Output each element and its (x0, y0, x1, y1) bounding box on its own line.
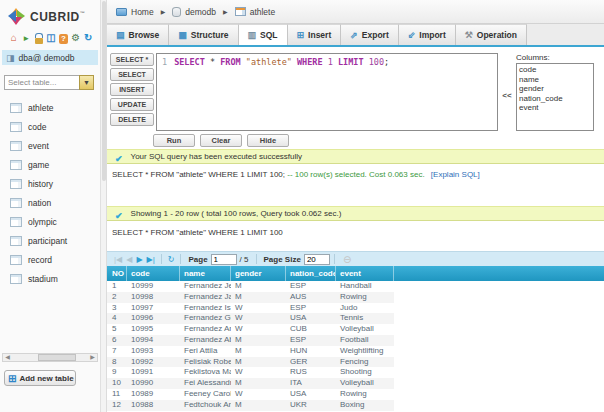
tab-operation[interactable]: Operation (456, 24, 527, 45)
table-cell: ESP (286, 303, 336, 314)
next-page-icon[interactable]: ▶ (134, 255, 144, 264)
sidebar-table-item[interactable]: nation (0, 193, 100, 212)
tab-icon (350, 31, 358, 40)
tab-label: SQL (260, 30, 277, 40)
sidebar-table-item[interactable]: code (0, 117, 100, 136)
refresh-icon[interactable]: ↻ (166, 255, 177, 264)
sql-template-button[interactable]: SELECT * (110, 53, 154, 66)
table-select-value[interactable]: Select table... (4, 75, 80, 90)
sql-template-button[interactable]: INSERT (110, 83, 154, 96)
table-row[interactable]: 910991Feklistova MariaWRUSShooting (107, 367, 394, 378)
help-icon[interactable] (58, 31, 69, 44)
tab-browse[interactable]: Browse (107, 24, 169, 45)
grid-header-cell[interactable]: name (180, 266, 231, 281)
sql-template-buttons: SELECT *SELECTINSERTUPDATEDELETE (110, 53, 154, 131)
database-icon[interactable] (45, 31, 56, 44)
column-list-item[interactable]: code (519, 65, 593, 75)
sidebar-vertical-scrollbar[interactable] (100, 0, 107, 412)
tab-import[interactable]: Import (399, 24, 456, 45)
connection-item[interactable]: dba@ demodb (2, 50, 98, 65)
table-cell: 10 (107, 378, 127, 389)
page-label: Page (188, 255, 207, 264)
grid-header-cell[interactable]: gender (231, 266, 286, 281)
last-page-icon[interactable]: ▶| (145, 255, 157, 264)
grid-header: NOcodenamegendernation_codeevent (107, 266, 604, 281)
refresh-icon[interactable] (83, 31, 94, 44)
table-row[interactable]: 410996Fernandez GigiWUSATennis (107, 313, 394, 324)
sql-template-button[interactable]: DELETE (110, 113, 154, 126)
table-cell: 10992 (127, 357, 180, 368)
remove-icon[interactable]: ⊖ (343, 254, 351, 265)
scrollbar-thumb[interactable] (38, 354, 76, 361)
logout-icon[interactable] (20, 31, 31, 44)
scrollbar-thumb[interactable] (102, 1, 106, 181)
sidebar-table-item[interactable]: athlete (0, 98, 100, 117)
breadcrumb-home[interactable]: Home (116, 7, 154, 17)
table-row[interactable]: 510995Fernandez An...WCUBVolleyball (107, 324, 394, 335)
tab-sql[interactable]: SQL (239, 24, 288, 45)
table-row[interactable]: 1010990Fei AlessandroMITAVolleyball (107, 378, 394, 389)
table-row[interactable]: 810992Felisiak RobertMGERFencing (107, 357, 394, 368)
tab-insert[interactable]: Insert (288, 24, 342, 45)
grid-header-cell[interactable]: event (336, 266, 394, 281)
table-row[interactable]: 1110989Feeney CarolWUSARowing (107, 389, 394, 400)
table-icon (10, 255, 22, 265)
scrollbar-track[interactable] (12, 354, 88, 361)
table-cell: M (231, 357, 286, 368)
table-cell: HUN (286, 346, 336, 357)
breadcrumb-table[interactable]: athlete (235, 7, 276, 17)
scroll-left-icon[interactable]: ◀ (3, 354, 12, 361)
sidebar-table-item[interactable]: record (0, 250, 100, 269)
table-row[interactable]: 310997Fernandez Is...WESPJudo (107, 303, 394, 314)
sql-code-editor[interactable]: 1SELECT * FROM "athlete" WHERE 1 LIMIT 1… (156, 53, 498, 131)
columns-listbox[interactable]: codenamegendernation_codeevent (516, 63, 594, 131)
sidebar-table-item[interactable]: olympic (0, 212, 100, 231)
table-icon (10, 179, 22, 189)
table-icon (235, 7, 246, 16)
page-input[interactable] (211, 254, 237, 265)
sidebar-horizontal-scrollbar[interactable]: ◀ ▶ (2, 353, 98, 362)
sql-template-button[interactable]: SELECT (110, 68, 154, 81)
grid-header-cell[interactable]: code (127, 266, 180, 281)
grid-header-cell[interactable]: NO (107, 266, 127, 281)
sql-action-button[interactable]: Run (153, 134, 195, 147)
table-row[interactable]: 1210988Fedtchouk AndriMUKRBoxing (107, 400, 394, 411)
column-list-item[interactable]: event (519, 103, 593, 113)
column-list-item[interactable]: name (519, 75, 593, 85)
lock-icon[interactable] (33, 31, 44, 44)
settings-icon[interactable] (70, 31, 81, 44)
sql-action-button[interactable]: Clear (200, 134, 242, 147)
sql-action-button[interactable]: Hide (247, 134, 289, 147)
sidebar-table-item[interactable]: event (0, 136, 100, 155)
first-page-icon[interactable]: |◀ (112, 255, 124, 264)
column-list-item[interactable]: gender (519, 84, 593, 94)
sidebar-table-item[interactable]: participant (0, 231, 100, 250)
sidebar-table-item[interactable]: stadium (0, 269, 100, 288)
chevron-down-icon[interactable]: ▼ (79, 75, 94, 90)
sidebar-table-item[interactable]: history (0, 174, 100, 193)
divider (334, 254, 335, 264)
table-row[interactable]: 610994Fernandez Ab...MESPFootball (107, 335, 394, 346)
tab-structure[interactable]: Structure (169, 24, 238, 45)
add-new-table-button[interactable]: Add new table (4, 370, 76, 386)
breadcrumb-database[interactable]: demodb (172, 7, 216, 17)
sidebar-table-item[interactable]: game (0, 155, 100, 174)
table-icon (10, 217, 22, 227)
divider (256, 254, 257, 264)
grid-header-cell[interactable]: nation_code (286, 266, 336, 281)
collapse-columns-button[interactable]: << (498, 53, 516, 131)
sql-template-button[interactable]: UPDATE (110, 98, 154, 111)
table-row[interactable]: 210998Fernandez Ja...MAUSRowing (107, 292, 394, 303)
home-icon[interactable] (8, 31, 19, 44)
table-name: record (28, 255, 52, 265)
tab-export[interactable]: Export (341, 24, 398, 45)
sql-token: * (205, 57, 220, 67)
page-size-input[interactable] (304, 254, 330, 265)
table-cell: USA (286, 313, 336, 324)
explain-sql-link[interactable]: [Explain SQL] (431, 170, 480, 179)
column-list-item[interactable]: nation_code (519, 94, 593, 104)
scroll-right-icon[interactable]: ▶ (88, 354, 97, 361)
table-row[interactable]: 710993Feri AttilaMHUNWeightlifting (107, 346, 394, 357)
table-row[interactable]: 110999Fernandez Je...MESPHandball (107, 281, 394, 292)
prev-page-icon[interactable]: ◀ (124, 255, 134, 264)
